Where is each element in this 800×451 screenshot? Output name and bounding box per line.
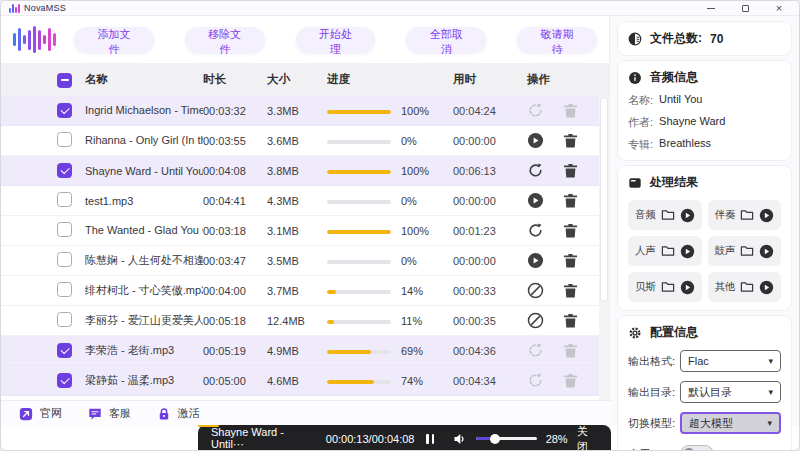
row-checkbox[interactable]	[57, 103, 72, 118]
delete-icon[interactable]	[562, 192, 579, 209]
row-checkbox[interactable]	[57, 192, 72, 207]
file-elapsed: 00:06:13	[437, 165, 515, 177]
play-icon[interactable]	[680, 208, 695, 223]
delete-icon[interactable]	[562, 282, 579, 299]
play-icon[interactable]	[759, 244, 774, 259]
folder-icon[interactable]	[661, 244, 675, 258]
delete-icon[interactable]	[562, 252, 579, 269]
file-size: 12.4MB	[267, 315, 327, 327]
activate-link[interactable]: 激活	[157, 406, 200, 421]
delete-icon[interactable]	[562, 132, 579, 149]
official-site-link[interactable]: 官网	[19, 406, 62, 421]
player-close-button[interactable]: 关闭	[577, 424, 598, 451]
table-row[interactable]: test1.mp3 00:04:41 4.3MB 0% 00:00:00	[1, 186, 609, 216]
file-size: 3.1MB	[267, 225, 327, 237]
file-size: 3.8MB	[267, 165, 327, 177]
select-all-checkbox[interactable]	[57, 73, 72, 88]
result-chip: 鼓声	[708, 236, 782, 266]
file-duration: 00:03:32	[203, 105, 267, 117]
delete-icon[interactable]	[562, 372, 579, 389]
cancel-icon[interactable]	[527, 312, 544, 329]
table-row[interactable]: 李荣浩 - 老街.mp3 00:05:19 4.9MB 69% 00:04:36	[1, 336, 609, 366]
row-checkbox[interactable]	[57, 373, 72, 388]
table-row[interactable]: 李丽芬 - 爱江山更爱美人.mp3 00:05:18 12.4MB 11% 00…	[1, 306, 609, 336]
retry-icon[interactable]	[527, 102, 544, 119]
file-size: 3.3MB	[267, 105, 327, 117]
row-checkbox[interactable]	[57, 312, 72, 327]
row-checkbox[interactable]	[57, 343, 72, 358]
refresh-icon[interactable]	[527, 162, 544, 179]
table-row[interactable]: 梁静茹 - 温柔.mp3 00:05:00 4.6MB 74% 00:04:34	[1, 366, 609, 396]
table-row[interactable]: Shayne Ward - Until You.mp3 00:04:08 3.8…	[1, 156, 609, 186]
result-chip: 其他	[708, 272, 782, 302]
delete-icon[interactable]	[562, 342, 579, 359]
cancel-icon[interactable]	[527, 282, 544, 299]
progress-bar	[327, 260, 391, 264]
column-header-duration: 时长	[203, 72, 267, 87]
cancel-all-button[interactable]: 全部取消	[406, 27, 486, 53]
play-icon[interactable]	[680, 244, 695, 259]
refresh-icon[interactable]	[527, 222, 544, 239]
table-row[interactable]: Ingrid Michaelson - Time Mac⋯ 00:03:32 3…	[1, 96, 609, 126]
output-format-select[interactable]: Flac▾	[680, 350, 781, 372]
delete-icon[interactable]	[562, 312, 579, 329]
remove-files-button[interactable]: 移除文件	[185, 27, 265, 53]
delete-icon[interactable]	[562, 222, 579, 239]
play-icon[interactable]	[527, 132, 544, 149]
minimize-button[interactable]	[705, 2, 717, 14]
row-checkbox[interactable]	[57, 132, 72, 147]
folder-icon[interactable]	[661, 208, 675, 222]
file-name: 绯村柯北 - 寸心笑傲.mp3	[85, 283, 203, 298]
volume-thumb[interactable]	[490, 434, 500, 444]
maximize-button[interactable]	[739, 2, 751, 14]
main-panel: 添加文件 移除文件 开始处理 全部取消 敬请期待 名称 时长 大小 进度 用时 …	[1, 16, 609, 426]
delete-icon[interactable]	[562, 162, 579, 179]
row-checkbox[interactable]	[57, 282, 72, 297]
volume-slider[interactable]	[476, 437, 536, 440]
pause-button[interactable]	[426, 434, 434, 444]
folder-icon[interactable]	[740, 280, 754, 294]
table-row[interactable]: 绯村柯北 - 寸心笑傲.mp3 00:04:00 3.7MB 14% 00:00…	[1, 276, 609, 306]
file-duration: 00:05:18	[203, 315, 267, 327]
folder-icon[interactable]	[740, 244, 754, 258]
table-row[interactable]: 陈慧娴 - 人生何处不相逢.mp3 00:03:47 3.5MB 0% 00:0…	[1, 246, 609, 276]
progress-label: 100%	[401, 105, 437, 117]
progress-label: 74%	[401, 375, 437, 387]
play-icon[interactable]	[680, 280, 695, 295]
table-row[interactable]: Rihanna - Only Girl (In the Wo⋯ 00:03:55…	[1, 126, 609, 156]
result-chips: 音频 伴奏 人声 鼓声 贝斯 其他	[628, 200, 781, 302]
coming-soon-button[interactable]: 敬请期待	[517, 27, 597, 53]
table-row[interactable]: The Wanted - Glad You Came.⋯ 00:03:18 3.…	[1, 216, 609, 246]
retry-icon[interactable]	[527, 372, 544, 389]
add-files-button[interactable]: 添加文件	[74, 27, 154, 53]
file-duration: 00:04:08	[203, 165, 267, 177]
progress-bar	[327, 200, 391, 204]
file-duration: 00:04:00	[203, 285, 267, 297]
row-checkbox[interactable]	[57, 252, 72, 267]
toolbar: 添加文件 移除文件 开始处理 全部取消 敬请期待	[1, 16, 609, 63]
start-processing-button[interactable]: 开始处理	[296, 27, 376, 53]
retry-icon[interactable]	[527, 342, 544, 359]
play-icon[interactable]	[759, 208, 774, 223]
support-link[interactable]: 客服	[88, 406, 131, 421]
play-icon[interactable]	[527, 192, 544, 209]
scrollbar-thumb[interactable]	[600, 97, 608, 302]
output-format-value: Flac	[688, 355, 709, 367]
playback-progress	[198, 425, 219, 427]
output-dir-select[interactable]: 默认目录▾	[680, 381, 781, 403]
progress-bar	[327, 140, 391, 144]
folder-icon[interactable]	[661, 280, 675, 294]
delete-icon[interactable]	[562, 102, 579, 119]
play-icon[interactable]	[527, 252, 544, 269]
play-icon[interactable]	[759, 280, 774, 295]
audio-album-value: Breathless	[659, 137, 711, 152]
file-name: Ingrid Michaelson - Time Mac⋯	[85, 104, 203, 117]
close-button[interactable]: ×	[773, 2, 785, 14]
row-checkbox[interactable]	[57, 163, 72, 178]
row-checkbox[interactable]	[57, 222, 72, 237]
folder-icon[interactable]	[740, 208, 754, 222]
scrollbar[interactable]	[599, 96, 609, 426]
pie-icon	[628, 32, 642, 46]
gpu-toggle[interactable]	[680, 445, 714, 451]
model-select[interactable]: 超大模型▾	[680, 412, 781, 434]
